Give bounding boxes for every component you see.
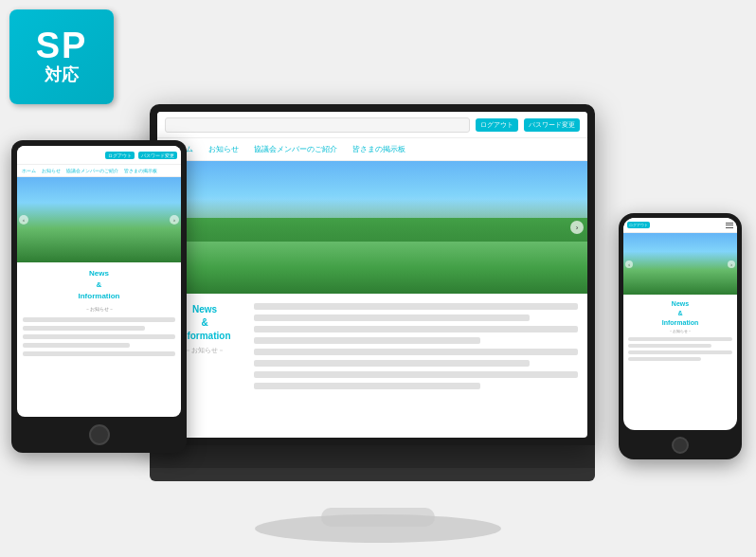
phone-logout[interactable]: ログアウト xyxy=(627,222,650,228)
hamburger-line-3 xyxy=(726,227,733,228)
hamburger-line-1 xyxy=(726,223,733,224)
tablet-logout[interactable]: ログアウト xyxy=(105,152,135,159)
tablet-line-2 xyxy=(23,326,145,331)
news-line-4 xyxy=(254,337,480,344)
hero-next-arrow[interactable]: › xyxy=(570,221,584,234)
monitor-logout-btn[interactable]: ログアウト xyxy=(476,118,518,132)
phone-line-4 xyxy=(628,357,701,361)
monitor-pw-btn[interactable]: パスワード変更 xyxy=(524,118,580,132)
phone-line-1 xyxy=(628,337,732,341)
phone-content: News&Information －お知らせ－ xyxy=(623,295,737,368)
news-line-7 xyxy=(254,371,578,378)
tablet-menu-news[interactable]: お知らせ xyxy=(42,168,61,173)
tablet-line-5 xyxy=(23,351,175,356)
tablet-screen: ログアウト パスワード変更 ホーム お知らせ 協議会メンバーのご紹介 皆さまの掲… xyxy=(17,146,181,417)
tablet-device: ログアウト パスワード変更 ホーム お知らせ 協議会メンバーのご紹介 皆さまの掲… xyxy=(11,140,187,453)
monitor-hero: ‹ › xyxy=(157,161,587,294)
monitor-menu-display[interactable]: 皆さまの掲示板 xyxy=(352,144,405,154)
phone-navbar: ログアウト xyxy=(623,218,737,233)
phone-device: ログアウト ‹ › News&Information －お知らせ－ xyxy=(619,213,742,459)
sp-badge: SP 対応 xyxy=(9,9,114,104)
tablet-menu-home[interactable]: ホーム xyxy=(22,168,36,173)
sp-sub: 対応 xyxy=(45,63,79,86)
phone-news-sub: －お知らせ－ xyxy=(628,329,732,333)
monitor-menubar: ホーム お知らせ 協議会メンバーのご紹介 皆さまの掲示板 xyxy=(157,138,587,161)
news-line-2 xyxy=(254,314,530,321)
news-line-8 xyxy=(254,383,480,389)
desktop-monitor: ログアウト パスワード変更 ホーム お知らせ 協議会メンバーのご紹介 皆さまの掲… xyxy=(150,104,595,445)
monitor-menu-news[interactable]: お知らせ xyxy=(208,144,239,154)
tablet-content: News&Information －お知らせ－ xyxy=(17,262,181,366)
tablet-line-4 xyxy=(23,343,130,348)
tablet-menubar: ホーム お知らせ 協議会メンバーのご紹介 皆さまの掲示板 xyxy=(17,165,181,177)
news-line-6 xyxy=(254,360,530,367)
phone-hero: ‹ › xyxy=(623,233,737,295)
phone-news-title: News&Information xyxy=(628,299,732,327)
tablet-next-arrow[interactable]: › xyxy=(170,215,179,225)
svg-rect-1 xyxy=(321,508,435,527)
tablet-menu-display[interactable]: 皆さまの掲示板 xyxy=(124,168,157,173)
url-bar xyxy=(165,117,470,133)
news-line-5 xyxy=(254,349,578,355)
monitor-screen: ログアウト パスワード変更 ホーム お知らせ 協議会メンバーのご紹介 皆さまの掲… xyxy=(157,112,587,438)
monitor-base xyxy=(150,468,595,481)
tablet-menu-members[interactable]: 協議会メンバーのご紹介 xyxy=(66,168,118,173)
monitor-content: News&Information －お知らせ－ xyxy=(157,294,587,417)
tablet-line-1 xyxy=(23,317,175,322)
tablet-line-3 xyxy=(23,334,175,339)
tablet-news-sub: －お知らせ－ xyxy=(23,306,175,312)
phone-prev-arrow[interactable]: ‹ xyxy=(625,261,633,268)
tablet-prev-arrow[interactable]: ‹ xyxy=(19,215,28,225)
phone-screen: ログアウト ‹ › News&Information －お知らせ－ xyxy=(623,218,737,430)
phone-line-2 xyxy=(628,344,711,348)
hamburger-line-2 xyxy=(726,225,733,225)
hamburger-menu-icon[interactable] xyxy=(726,223,733,228)
news-line-3 xyxy=(254,326,578,332)
tablet-home-button[interactable] xyxy=(89,424,110,445)
news-line-1 xyxy=(254,303,578,310)
tablet-news-title: News&Information xyxy=(23,268,175,302)
monitor-news-items xyxy=(254,303,578,407)
monitor-menu-members[interactable]: 協議会メンバーのご紹介 xyxy=(254,144,337,154)
sp-text: SP xyxy=(36,27,88,63)
tablet-navbar: ログアウト パスワード変更 xyxy=(17,146,181,165)
phone-next-arrow[interactable]: › xyxy=(728,261,735,268)
monitor-neck xyxy=(150,445,595,469)
monitor-navbar: ログアウト パスワード変更 xyxy=(157,112,587,138)
tablet-pw[interactable]: パスワード変更 xyxy=(138,152,177,159)
device-connector-shape xyxy=(245,500,511,543)
phone-line-3 xyxy=(628,350,732,354)
phone-home-button[interactable] xyxy=(672,437,689,454)
tablet-hero: ‹ › xyxy=(17,177,181,262)
